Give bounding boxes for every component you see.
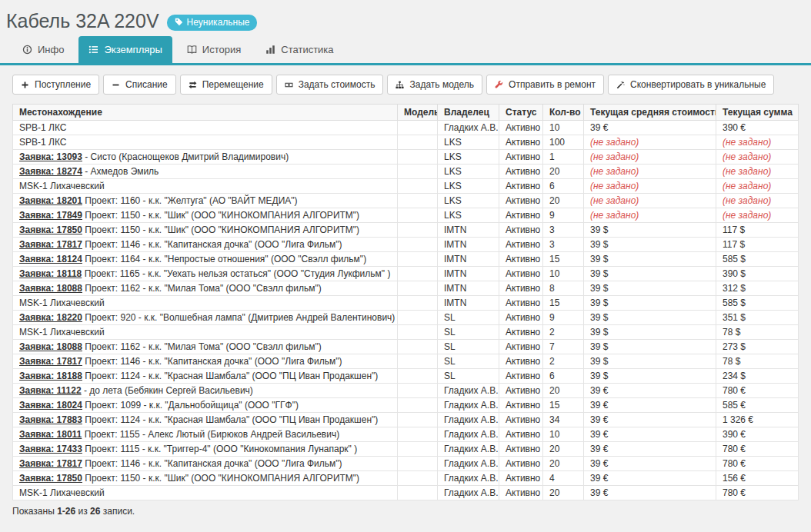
location-cell: Заявка: 18188 Проект: 1124 - к.к. "Красн… bbox=[13, 369, 398, 384]
request-link[interactable]: Заявка: 11122 bbox=[19, 385, 82, 396]
tab-info[interactable]: Инфо bbox=[12, 36, 74, 63]
request-link[interactable]: Заявка: 17817 bbox=[19, 356, 82, 367]
list-icon bbox=[88, 45, 98, 55]
location-cell: MSK-1 Лихачевский bbox=[13, 325, 398, 340]
avg-cost-cell: 39 $ bbox=[584, 252, 716, 267]
total-sum-cell: 780 € bbox=[716, 384, 799, 398]
avg-cost-cell: 39 € bbox=[584, 398, 716, 413]
qty-cell: 10 bbox=[543, 427, 584, 442]
request-link[interactable]: Заявка: 18188 bbox=[19, 371, 82, 381]
table-row: Заявка: 18088 Проект: 1162 - к.к. "Милая… bbox=[13, 281, 799, 296]
status-cell: Активно bbox=[499, 165, 543, 179]
set-model-button[interactable]: Задать модель bbox=[387, 75, 482, 95]
request-link[interactable]: Заявка: 18124 bbox=[19, 254, 82, 264]
qty-cell: 8 bbox=[543, 281, 584, 296]
table-row: Заявка: 17849 Проект: 1150 - к.к. "Шик" … bbox=[13, 208, 799, 223]
table-row: Заявка: 13093 - Систо (Краснощеков Дмитр… bbox=[13, 150, 799, 165]
total-sum-cell: 273 $ bbox=[716, 340, 799, 354]
request-link[interactable]: Заявка: 13093 bbox=[19, 151, 82, 162]
avg-cost-cell: 39 $ bbox=[584, 325, 716, 340]
owner-cell: Гладких А.В. bbox=[438, 384, 499, 398]
tab-history[interactable]: История bbox=[177, 36, 251, 63]
request-link[interactable]: Заявка: 17850 bbox=[19, 473, 82, 484]
request-link[interactable]: Заявка: 17817 bbox=[19, 458, 82, 469]
set-cost-button[interactable]: Задать стоимость bbox=[276, 75, 384, 95]
avg-cost-cell: 39 € bbox=[584, 471, 716, 486]
status-cell: Активно bbox=[499, 369, 543, 384]
summary-range: 1-26 bbox=[57, 506, 75, 517]
table-row: MSK-1 ЛихачевскийГладких А.В.Активно2039… bbox=[13, 486, 799, 500]
table-row: MSK-1 ЛихачевскийLKSАктивно6(не задано)(… bbox=[13, 179, 799, 194]
tab-instances[interactable]: Экземпляры bbox=[78, 36, 172, 63]
tab-label: Инфо bbox=[38, 44, 64, 55]
location-cell: Заявка: 18220 Проект: 920 - к.к. "Волшеб… bbox=[13, 311, 398, 325]
qty-cell: 3 bbox=[543, 238, 584, 252]
avg-cost-cell: 39 $ bbox=[584, 340, 716, 354]
model-cell bbox=[398, 208, 438, 223]
button-label: Сконвертировать в уникальные bbox=[630, 79, 766, 90]
request-link[interactable]: Заявка: 17850 bbox=[19, 224, 82, 235]
location-cell: Заявка: 18088 Проект: 1162 - к.к. "Милая… bbox=[13, 340, 398, 354]
location-cell: Заявка: 17883 Проект: 1124 - к.к. "Красн… bbox=[13, 413, 398, 427]
qty-cell: 10 bbox=[543, 267, 584, 281]
avg-cost-cell: 39 $ bbox=[584, 296, 716, 311]
request-link[interactable]: Заявка: 18274 bbox=[19, 166, 82, 177]
owner-cell: LKS bbox=[438, 150, 499, 165]
status-cell: Активно bbox=[499, 354, 543, 369]
avg-cost-cell: (не задано) bbox=[584, 208, 716, 223]
model-cell bbox=[398, 194, 438, 208]
request-link[interactable]: Заявка: 17883 bbox=[19, 414, 82, 425]
request-link[interactable]: Заявка: 17849 bbox=[19, 210, 82, 221]
status-cell: Активно bbox=[499, 413, 543, 427]
status-cell: Активно bbox=[499, 296, 543, 311]
location-cell: Заявка: 17850 Проект: 1150 - к.к. "Шик" … bbox=[13, 471, 398, 486]
qty-cell: 20 bbox=[543, 165, 584, 179]
model-cell bbox=[398, 121, 438, 135]
status-cell: Активно bbox=[499, 427, 543, 442]
location-cell: Заявка: 18118 Проект: 1165 - к.к. "Уехат… bbox=[13, 267, 398, 281]
qty-cell: 9 bbox=[543, 311, 584, 325]
content: ПоступлениеСписаниеПеремещениеЗадать сто… bbox=[0, 65, 811, 526]
model-cell bbox=[398, 354, 438, 369]
request-link[interactable]: Заявка: 18118 bbox=[19, 268, 82, 279]
request-link[interactable]: Заявка: 18220 bbox=[19, 312, 82, 323]
avg-cost-cell: 39 € bbox=[584, 121, 716, 135]
status-cell: Активно bbox=[499, 281, 543, 296]
request-link[interactable]: Заявка: 18088 bbox=[19, 283, 82, 294]
convert-unique-button[interactable]: Сконвертировать в уникальные bbox=[608, 75, 774, 95]
send-repair-button[interactable]: Отправить в ремонт bbox=[486, 75, 604, 95]
request-link[interactable]: Заявка: 18088 bbox=[19, 341, 82, 352]
qty-cell: 20 bbox=[543, 194, 584, 208]
column-header: Текущая сумма bbox=[716, 105, 799, 121]
page-header: Кабель 32A 220V Неуникальные bbox=[0, 0, 811, 32]
request-link[interactable]: Заявка: 17433 bbox=[19, 444, 82, 454]
owner-cell: LKS bbox=[438, 208, 499, 223]
status-cell: Активно bbox=[499, 223, 543, 238]
qty-cell: 2 bbox=[543, 325, 584, 340]
request-link[interactable]: Заявка: 18024 bbox=[19, 400, 82, 411]
move-button[interactable]: Перемещение bbox=[180, 75, 272, 95]
table-row: Заявка: 18188 Проект: 1124 - к.к. "Красн… bbox=[13, 369, 799, 384]
summary-part: из bbox=[78, 506, 88, 517]
total-sum-cell: 390 € bbox=[716, 121, 799, 135]
qty-cell: 20 bbox=[543, 457, 584, 471]
table-row: Заявка: 18011 Проект: 1155 - Алекс Лютый… bbox=[13, 427, 799, 442]
column-header: Текущая средняя стоимость bbox=[584, 105, 716, 121]
avg-cost-cell: 39 $ bbox=[584, 281, 716, 296]
tab-statistics[interactable]: Статистика bbox=[255, 36, 343, 63]
status-cell: Активно bbox=[499, 311, 543, 325]
receipt-button[interactable]: Поступление bbox=[12, 75, 99, 95]
writeoff-button[interactable]: Списание bbox=[103, 75, 176, 95]
request-link[interactable]: Заявка: 17817 bbox=[19, 239, 82, 250]
status-cell: Активно bbox=[499, 238, 543, 252]
owner-cell: LKS bbox=[438, 179, 499, 194]
button-label: Задать модель bbox=[409, 79, 474, 90]
avg-cost-cell: 39 $ bbox=[584, 238, 716, 252]
request-link[interactable]: Заявка: 18201 bbox=[19, 195, 82, 206]
status-cell: Активно bbox=[499, 471, 543, 486]
total-sum-cell: 390 € bbox=[716, 427, 799, 442]
request-link[interactable]: Заявка: 18011 bbox=[19, 429, 82, 440]
exchange-icon bbox=[189, 81, 197, 89]
table-row: Заявка: 18124 Проект: 1164 - к.к. "Непро… bbox=[13, 252, 799, 267]
qty-cell: 1 bbox=[543, 150, 584, 165]
